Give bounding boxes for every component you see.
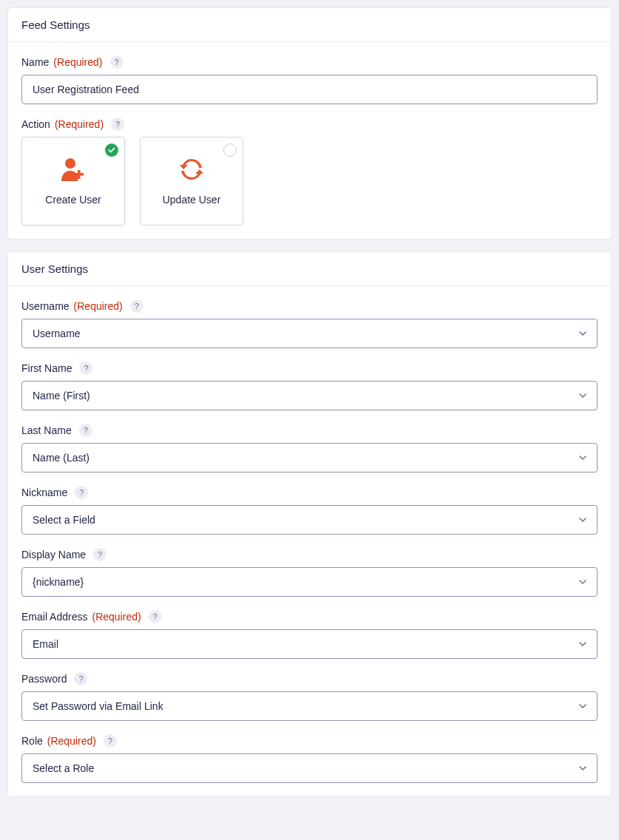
first-name-row: First Name ? Name (First) xyxy=(21,362,598,410)
password-value: Set Password via Email Link xyxy=(21,691,598,721)
user-settings-title: User Settings xyxy=(8,252,611,286)
required-indicator: (Required) xyxy=(74,300,123,312)
role-row: Role (Required) ? Select a Role xyxy=(21,734,598,783)
help-icon[interactable]: ? xyxy=(79,362,92,375)
feed-name-input[interactable] xyxy=(21,75,598,104)
email-label: Email Address xyxy=(21,611,87,623)
nickname-select[interactable]: Select a Field xyxy=(21,505,598,535)
sync-icon xyxy=(180,158,203,183)
check-icon xyxy=(105,143,118,157)
role-select[interactable]: Select a Role xyxy=(21,753,598,783)
nickname-row: Nickname ? Select a Field xyxy=(21,486,598,535)
svg-rect-2 xyxy=(75,173,84,176)
feed-settings-panel: Feed Settings Name (Required) ? Action (… xyxy=(7,7,612,240)
role-value: Select a Role xyxy=(21,753,598,783)
first-name-value: Name (First) xyxy=(21,381,598,410)
display-name-row: Display Name ? {nickname} xyxy=(21,548,598,597)
user-settings-panel: User Settings Username (Required) ? User… xyxy=(7,251,612,797)
last-name-value: Name (Last) xyxy=(21,443,598,472)
radio-icon xyxy=(223,143,237,157)
svg-point-0 xyxy=(65,158,75,169)
help-icon[interactable]: ? xyxy=(93,548,106,561)
nickname-label: Nickname xyxy=(21,487,67,498)
last-name-select[interactable]: Name (Last) xyxy=(21,443,598,472)
first-name-label: First Name xyxy=(21,362,72,374)
first-name-select[interactable]: Name (First) xyxy=(21,381,598,410)
username-row: Username (Required) ? Username xyxy=(21,299,598,348)
help-icon[interactable]: ? xyxy=(130,299,143,313)
email-row: Email Address (Required) ? Email xyxy=(21,610,598,659)
action-create-label: Create User xyxy=(45,194,101,206)
required-indicator: (Required) xyxy=(53,56,102,68)
email-select[interactable]: Email xyxy=(21,629,598,659)
feed-name-label: Name xyxy=(21,56,49,68)
required-indicator: (Required) xyxy=(55,118,104,130)
action-update-label: Update User xyxy=(163,194,221,206)
action-update-user[interactable]: Update User xyxy=(140,137,243,226)
display-name-value: {nickname} xyxy=(21,567,598,597)
help-icon[interactable]: ? xyxy=(149,610,162,623)
password-label: Password xyxy=(21,673,67,685)
email-value: Email xyxy=(21,629,598,659)
nickname-value: Select a Field xyxy=(21,505,598,535)
help-icon[interactable]: ? xyxy=(79,424,92,437)
feed-name-row: Name (Required) ? xyxy=(21,55,598,104)
display-name-select[interactable]: {nickname} xyxy=(21,567,598,597)
required-indicator: (Required) xyxy=(47,735,96,747)
feed-action-label: Action xyxy=(21,118,50,130)
help-icon[interactable]: ? xyxy=(110,55,124,69)
username-label: Username xyxy=(21,300,70,312)
username-value: Username xyxy=(21,319,598,348)
help-icon[interactable]: ? xyxy=(111,118,124,131)
help-icon[interactable]: ? xyxy=(75,486,88,499)
role-label: Role xyxy=(21,735,43,747)
required-indicator: (Required) xyxy=(92,611,141,623)
password-row: Password ? Set Password via Email Link xyxy=(21,672,598,721)
last-name-label: Last Name xyxy=(21,424,72,436)
help-icon[interactable]: ? xyxy=(104,734,117,748)
password-select[interactable]: Set Password via Email Link xyxy=(21,691,598,721)
feed-action-row: Action (Required) ? xyxy=(21,118,598,226)
username-select[interactable]: Username xyxy=(21,319,598,348)
user-plus-icon xyxy=(59,158,87,183)
help-icon[interactable]: ? xyxy=(74,672,87,685)
last-name-row: Last Name ? Name (Last) xyxy=(21,424,598,472)
action-create-user[interactable]: Create User xyxy=(21,137,125,226)
feed-settings-title: Feed Settings xyxy=(8,8,611,42)
display-name-label: Display Name xyxy=(21,549,86,560)
